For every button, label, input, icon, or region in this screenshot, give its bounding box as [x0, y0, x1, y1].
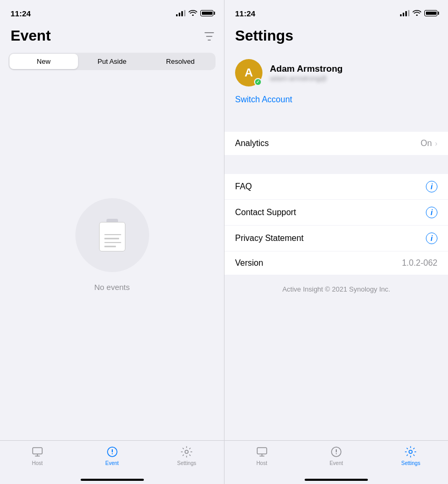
event-title: Event	[0, 23, 224, 53]
tab-bar-right: Host Event Settings	[225, 440, 448, 484]
battery-icon-right	[424, 10, 437, 16]
svg-point-6	[185, 450, 188, 453]
avatar-verified-badge	[254, 78, 262, 86]
host-label-left: Host	[32, 460, 43, 466]
contact-support-row[interactable]: Contact Support i	[225, 200, 448, 226]
version-value: 1.0.2-062	[402, 258, 437, 268]
filter-icon[interactable]	[204, 32, 215, 43]
battery-icon-left	[200, 10, 213, 16]
wifi-icon-left	[189, 9, 197, 17]
event-tab-selector: New Put Aside Resolved	[8, 53, 216, 70]
switch-account-button[interactable]: Switch Account	[225, 93, 448, 113]
tab-bar-host-left[interactable]: Host	[0, 445, 75, 466]
right-panel: 11:24 Settings A	[224, 0, 448, 484]
clipboard-icon	[99, 219, 126, 251]
settings-title: Settings	[225, 23, 448, 53]
analytics-value: On ›	[421, 139, 437, 148]
left-panel: 11:24 Event	[0, 0, 224, 484]
event-label-left: Event	[105, 460, 119, 466]
privacy-statement-info-icon[interactable]: i	[426, 233, 437, 244]
menu-group: FAQ i Contact Support i Privacy Statemen…	[225, 174, 448, 275]
tab-underline-left	[81, 479, 144, 481]
faq-row[interactable]: FAQ i	[225, 174, 448, 200]
svg-point-12	[336, 453, 337, 454]
settings-footer: Active Insight © 2021 Synology Inc.	[225, 275, 448, 440]
user-card: A Adam Armstrong adam-armstrong@	[225, 53, 448, 93]
host-icon-right	[255, 445, 269, 459]
settings-icon-left	[180, 445, 193, 459]
event-icon-right	[329, 445, 343, 459]
tab-bar-settings-left[interactable]: Settings	[149, 445, 224, 466]
time-left: 11:24	[11, 9, 31, 18]
tab-new[interactable]: New	[9, 54, 78, 69]
svg-point-5	[112, 453, 113, 454]
empty-state: No events	[0, 81, 224, 440]
faq-label: FAQ	[235, 182, 252, 191]
svg-point-13	[409, 450, 412, 453]
tab-bar-host-right[interactable]: Host	[225, 445, 299, 466]
status-icons-left	[176, 9, 213, 17]
user-info: Adam Armstrong adam-armstrong@	[270, 64, 437, 82]
section-gap-1	[225, 113, 448, 132]
empty-text: No events	[94, 283, 130, 292]
host-icon-left	[31, 445, 44, 459]
contact-support-label: Contact Support	[235, 208, 296, 217]
svg-rect-7	[257, 448, 267, 454]
settings-label-left: Settings	[177, 460, 196, 466]
wifi-icon-right	[413, 9, 421, 17]
tab-bar-settings-right[interactable]: Settings	[374, 445, 448, 466]
event-icon-left	[105, 445, 119, 459]
analytics-row[interactable]: Analytics On ›	[225, 132, 448, 155]
user-email: adam-armstrong@	[270, 74, 437, 82]
tab-bar-event-right[interactable]: Event	[299, 445, 373, 466]
tab-bar-left: Host Event Settings	[0, 440, 224, 484]
faq-info-icon[interactable]: i	[426, 181, 437, 192]
analytics-label: Analytics	[235, 139, 269, 148]
time-right: 11:24	[235, 9, 255, 18]
tab-put-aside[interactable]: Put Aside	[78, 54, 147, 69]
signal-icon-right	[400, 10, 410, 16]
host-label-right: Host	[256, 460, 267, 466]
empty-icon-circle	[75, 198, 149, 272]
signal-icon-left	[176, 10, 186, 16]
settings-label-right: Settings	[401, 460, 420, 466]
event-label-right: Event	[329, 460, 343, 466]
tab-resolved[interactable]: Resolved	[146, 54, 215, 69]
status-bar-right: 11:24	[225, 0, 448, 23]
privacy-statement-label: Privacy Statement	[235, 234, 304, 243]
analytics-chevron: ›	[435, 139, 437, 148]
analytics-group: Analytics On ›	[225, 132, 448, 155]
status-icons-right	[400, 9, 437, 17]
svg-rect-0	[33, 448, 42, 454]
avatar: A	[235, 59, 262, 86]
tab-underline-right	[305, 479, 368, 481]
tab-bar-event-left[interactable]: Event	[75, 445, 150, 466]
settings-icon-right	[404, 445, 417, 459]
section-gap-2	[225, 155, 448, 174]
user-name: Adam Armstrong	[270, 64, 437, 74]
privacy-statement-row[interactable]: Privacy Statement i	[225, 226, 448, 251]
contact-support-info-icon[interactable]: i	[426, 207, 437, 218]
status-bar-left: 11:24	[0, 0, 224, 23]
version-row: Version 1.0.2-062	[225, 251, 448, 275]
version-label: Version	[235, 258, 263, 268]
